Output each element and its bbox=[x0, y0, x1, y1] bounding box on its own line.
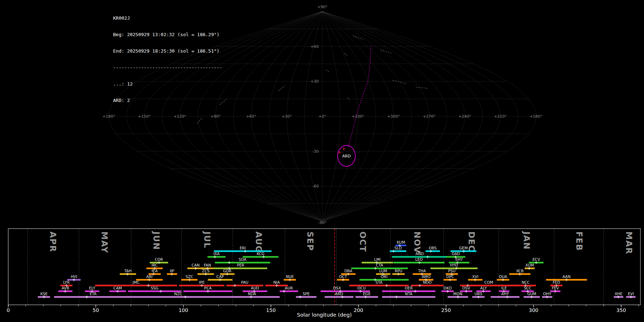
peak-marker-MON bbox=[457, 296, 459, 298]
peak-marker-CAM bbox=[116, 290, 119, 293]
lat-label: +30 bbox=[311, 79, 319, 84]
peak-marker-NIA bbox=[275, 284, 278, 287]
observation-info: KR002J Beg: 20250929 13:02:32 (sol = 186… bbox=[113, 4, 222, 114]
separator-line: --------------------------------------- bbox=[113, 65, 222, 70]
shower-label-SDA: SDA bbox=[239, 257, 247, 262]
shower-label-AUD: AUD bbox=[251, 286, 259, 290]
peak-marker-LEO bbox=[418, 261, 421, 264]
peak-marker-SZC bbox=[188, 278, 191, 281]
shower-label-FEV: FEV bbox=[552, 286, 559, 290]
shower-label-XVI: XVI bbox=[472, 274, 478, 279]
peak-marker-IPE bbox=[200, 284, 203, 287]
shower-label-AVB: AVB bbox=[62, 286, 69, 290]
radiant-label: ARD bbox=[342, 154, 351, 158]
peak-marker-PAU bbox=[233, 284, 236, 287]
peak-marker-AVB bbox=[64, 290, 67, 293]
sky-grid-meridian bbox=[269, 11, 322, 221]
month-label: JUL bbox=[203, 231, 212, 249]
station-id: KR002J bbox=[113, 15, 222, 21]
shower-label-QUA: QUA bbox=[499, 274, 507, 279]
shower-label-NIA: NIA bbox=[273, 280, 280, 284]
peak-marker-NTA bbox=[395, 296, 398, 298]
peak-marker-RPU bbox=[397, 273, 400, 275]
peak-marker-JMC bbox=[147, 284, 150, 287]
lon-label: +90° bbox=[210, 114, 221, 119]
peak-marker-OCT bbox=[342, 278, 345, 281]
peak-marker-AUR bbox=[283, 290, 286, 293]
lon-label: +180° bbox=[102, 114, 115, 119]
end-time: End: 20250929 18:25:30 (sol = 186.51°) bbox=[113, 48, 222, 54]
peak-marker-GEM bbox=[462, 250, 465, 253]
shower-label-SPE: SPE bbox=[303, 292, 310, 296]
shower-label-LMI: LMI bbox=[374, 257, 381, 262]
shower-label-URS: URS bbox=[474, 292, 482, 296]
shower-label-XHE: XHE bbox=[615, 292, 623, 296]
meteor-trail bbox=[392, 80, 406, 84]
shower-label-ZCS: ZCS bbox=[202, 269, 210, 273]
lat-label: -60 bbox=[312, 184, 319, 189]
x-axis-label: Solar longitude (deg) bbox=[8, 312, 640, 318]
shower-label-SSG: SSG bbox=[151, 286, 158, 290]
shower-label-AUR: AUR bbox=[285, 286, 293, 290]
peak-marker-GDR bbox=[226, 273, 229, 275]
peak-marker-CTA bbox=[374, 267, 377, 270]
shower-label-GDR: GDR bbox=[223, 269, 232, 273]
shower-label-HYD: HYD bbox=[450, 263, 458, 267]
peak-marker-TAH bbox=[126, 273, 129, 275]
peak-marker-DRA bbox=[347, 273, 350, 275]
peak-marker-NOO bbox=[418, 284, 421, 287]
peak-marker-ERI bbox=[244, 250, 247, 253]
shower-label-GUM: GUM bbox=[527, 292, 536, 296]
shower-label-OHY: OHY bbox=[543, 292, 551, 296]
lon-label: +120° bbox=[174, 114, 186, 119]
shower-label-NDA: NDA bbox=[248, 292, 257, 296]
peak-marker-FEV bbox=[554, 290, 557, 293]
sky-grid-meridian bbox=[322, 11, 376, 221]
peak-marker-URS bbox=[477, 296, 480, 298]
month-label: MAY bbox=[100, 231, 109, 253]
month-label: DEC bbox=[467, 231, 476, 252]
meteor-radiant-screen: +180°+150°+120°+90°+60°+30°+0°+330°+300°… bbox=[0, 0, 644, 322]
meteor-trail bbox=[353, 36, 364, 39]
shower-label-EVI: EVI bbox=[628, 292, 634, 296]
shower-label-ERI: ERI bbox=[240, 246, 246, 250]
peak-marker-OER bbox=[414, 290, 417, 293]
peak-marker-NZC bbox=[184, 296, 187, 298]
shower-label-SZC: SZC bbox=[186, 274, 193, 279]
lon-label: +0° bbox=[318, 114, 326, 119]
shower-label-LEO: LEO bbox=[415, 257, 423, 262]
peak-marker-COR bbox=[157, 261, 160, 264]
lon-label: +300° bbox=[387, 114, 400, 119]
peak-marker-SDA bbox=[228, 261, 231, 264]
shower-label-NUE: NUE bbox=[286, 274, 294, 279]
peak-marker-ALY bbox=[482, 290, 485, 293]
peak-marker-ETA bbox=[86, 296, 88, 298]
shower-label-ECV: ECV bbox=[532, 257, 540, 262]
month-label: SEP bbox=[306, 231, 315, 251]
shower-label-PSU: PSU bbox=[448, 269, 455, 273]
peak-marker-OBS bbox=[429, 250, 432, 253]
peak-marker-DPC bbox=[449, 278, 452, 281]
shower-label-PER: PER bbox=[237, 263, 244, 267]
north-pole-label: +90° bbox=[317, 5, 328, 9]
lat-label: -30 bbox=[312, 149, 319, 154]
shower-label-THA: THA bbox=[418, 269, 426, 273]
shower-label-LUM: LUM bbox=[379, 269, 387, 273]
peak-marker-NDA bbox=[249, 296, 252, 298]
shower-label-ELY: ELY bbox=[89, 286, 96, 290]
shower-label-FAN: FAN bbox=[204, 263, 211, 267]
shower-label-ILE: ILE bbox=[501, 286, 507, 290]
peak-marker-HVI bbox=[73, 278, 75, 281]
activity-chart: APRMAYJUNJULAUGSEPOCTNOVDECJANFEBMAR0501… bbox=[0, 225, 644, 322]
peak-marker-EVI bbox=[630, 296, 633, 298]
peak-marker-AND bbox=[426, 255, 429, 258]
peak-marker-NUE bbox=[288, 278, 291, 281]
shower-label-CAM: CAM bbox=[113, 286, 122, 290]
month-label: AUG bbox=[254, 231, 263, 253]
sky-map: +180°+150°+120°+90°+60°+30°+0°+330°+300°… bbox=[0, 0, 644, 225]
lon-label: +60° bbox=[246, 114, 257, 119]
peak-marker-STA bbox=[385, 284, 388, 287]
shower-label-XUM: XUM bbox=[525, 263, 534, 267]
peak-marker-KCG bbox=[262, 255, 265, 258]
peak-marker-IXA bbox=[214, 255, 216, 258]
